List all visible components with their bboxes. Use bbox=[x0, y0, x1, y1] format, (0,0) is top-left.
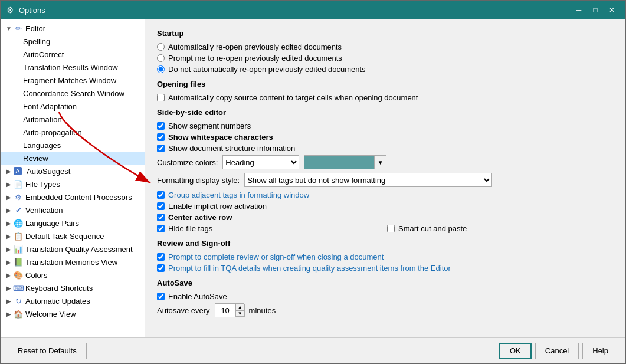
sidebar-label-spelling: Spelling bbox=[23, 37, 50, 46]
prompt-fill-label: Prompt to fill in TQA details when creat… bbox=[168, 264, 451, 273]
editor-icon: ✏ bbox=[14, 24, 23, 33]
center-active-label: Center active row bbox=[168, 213, 232, 222]
customize-colors-row: Customize colors: Heading Body Source Ta… bbox=[157, 155, 614, 169]
formatting-display-label: Formatting display style: bbox=[157, 176, 240, 185]
show-segment-label: Show segment numbers bbox=[168, 122, 251, 130]
sidebar-item-tqa[interactable]: ▶ 📊 Translation Quality Assessment bbox=[1, 242, 145, 255]
review-heading: Review and Sign-off bbox=[157, 239, 614, 248]
heading-dropdown[interactable]: Heading Body Source Target bbox=[222, 155, 299, 169]
color-dropdown-button[interactable]: ▼ bbox=[375, 155, 386, 169]
right-panel: Startup Automatically re-open previously… bbox=[145, 19, 625, 337]
sidebar-label-editor: Editor bbox=[25, 24, 45, 33]
startup-heading: Startup bbox=[157, 29, 614, 38]
cancel-button[interactable]: Cancel bbox=[535, 343, 579, 359]
show-doc-structure-checkbox[interactable] bbox=[157, 145, 165, 152]
startup-prompt-radio[interactable] bbox=[157, 54, 165, 62]
file-types-icon: 📄 bbox=[14, 179, 23, 189]
sidebar-label-auto-updates: Automatic Updates bbox=[25, 297, 90, 306]
enable-autosave-label: Enable AutoSave bbox=[168, 292, 227, 301]
show-doc-structure-label: Show document structure information bbox=[168, 144, 295, 153]
enable-implicit-row: Enable implicit row activation bbox=[157, 202, 614, 211]
enable-implicit-label: Enable implicit row activation bbox=[168, 202, 267, 211]
close-button[interactable]: ✕ bbox=[604, 4, 620, 17]
expander-editor: ▼ bbox=[4, 24, 14, 33]
sidebar-item-editor[interactable]: ▼ ✏ Editor bbox=[1, 22, 145, 35]
hide-file-checkbox[interactable] bbox=[157, 225, 165, 232]
maximize-button[interactable]: □ bbox=[588, 4, 603, 17]
sidebar-item-ecp[interactable]: ▶ ⚙ Embedded Content Processors bbox=[1, 191, 145, 204]
sidebar-item-colors[interactable]: ▶ 🎨 Colors bbox=[1, 268, 145, 281]
sidebar: ▼ ✏ Editor Spelling AutoCorrect Translat… bbox=[1, 19, 145, 337]
startup-auto-label: Automatically re-open previously edited … bbox=[168, 42, 342, 51]
enable-implicit-checkbox[interactable] bbox=[157, 202, 165, 210]
opening-files-section: Opening files Automatically copy source … bbox=[157, 80, 614, 102]
sidebar-item-automation[interactable]: Automation bbox=[1, 113, 145, 126]
smart-cut-label: Smart cut and paste bbox=[398, 224, 467, 233]
auto-copy-checkbox[interactable] bbox=[157, 94, 165, 101]
sidebar-item-language-pairs[interactable]: ▶ 🌐 Language Pairs bbox=[1, 217, 145, 229]
sidebar-item-translation-results[interactable]: Translation Results Window bbox=[1, 61, 145, 74]
formatting-display-dropdown[interactable]: Show all tags but do not show formatting… bbox=[244, 173, 492, 187]
autosave-spinner: ▲ ▼ bbox=[215, 303, 244, 317]
autosuggest-icon: A bbox=[14, 167, 22, 175]
sidebar-item-task-seq[interactable]: ▶ 📋 Default Task Sequence bbox=[1, 229, 145, 242]
ok-button[interactable]: OK bbox=[499, 343, 532, 359]
enable-autosave-row: Enable AutoSave bbox=[157, 292, 614, 301]
expander-language-pairs: ▶ bbox=[4, 218, 14, 228]
group-adjacent-checkbox[interactable] bbox=[157, 191, 165, 199]
show-whitespace-label: Show whitespace characters bbox=[168, 133, 273, 142]
sidebar-item-file-types[interactable]: ▶ 📄 File Types bbox=[1, 178, 145, 191]
startup-option-3: Do not automatically re-open previously … bbox=[157, 65, 614, 74]
sidebar-label-language-pairs: Language Pairs bbox=[25, 219, 79, 228]
startup-prompt-label: Prompt me to re-open previously edited d… bbox=[168, 54, 342, 63]
welcome-icon: 🏠 bbox=[14, 309, 23, 319]
prompt-fill-checkbox[interactable] bbox=[157, 264, 165, 272]
show-segment-checkbox[interactable] bbox=[157, 122, 165, 130]
sidebar-item-keyboard[interactable]: ▶ ⌨ Keyboard Shortcuts bbox=[1, 281, 145, 294]
sidebar-item-fragment-matches[interactable]: Fragment Matches Window bbox=[1, 74, 145, 87]
sidebar-item-tm-view[interactable]: ▶ 📗 Translation Memories View bbox=[1, 255, 145, 268]
sidebar-item-auto-propagation[interactable]: Auto-propagation bbox=[1, 126, 145, 139]
autosave-heading: AutoSave bbox=[157, 278, 614, 287]
hide-file-label: Hide file tags bbox=[168, 224, 212, 233]
sidebar-item-languages[interactable]: Languages bbox=[1, 139, 145, 152]
keyboard-icon: ⌨ bbox=[14, 283, 23, 293]
enable-autosave-checkbox[interactable] bbox=[157, 293, 165, 300]
sidebar-item-concordance-search[interactable]: Concordance Search Window bbox=[1, 87, 145, 100]
expander-verification: ▶ bbox=[4, 205, 14, 215]
sidebar-item-autosuggest[interactable]: ▶ A AutoSuggest bbox=[1, 165, 145, 178]
sidebar-item-font-adaptation[interactable]: Font Adaptation bbox=[1, 100, 145, 113]
sidebar-item-review[interactable]: Review bbox=[1, 152, 145, 165]
sidebar-item-autocorrect[interactable]: AutoCorrect bbox=[1, 48, 145, 61]
sidebar-label-verification: Verification bbox=[25, 206, 63, 215]
sidebar-item-verification[interactable]: ▶ ✔ Verification bbox=[1, 204, 145, 217]
ecp-icon: ⚙ bbox=[14, 192, 23, 202]
center-active-row: Center active row bbox=[157, 213, 614, 222]
smart-cut-checkbox[interactable] bbox=[387, 225, 395, 232]
minimize-button[interactable]: ─ bbox=[571, 4, 586, 17]
autosave-increment-button[interactable]: ▲ bbox=[235, 304, 245, 310]
expander-colors: ▶ bbox=[4, 270, 14, 280]
center-active-checkbox[interactable] bbox=[157, 214, 165, 221]
sidebar-label-welcome: Welcome View bbox=[25, 310, 76, 319]
help-button[interactable]: Help bbox=[582, 343, 618, 359]
startup-auto-radio[interactable] bbox=[157, 43, 165, 51]
prompt-fill-row: Prompt to fill in TQA details when creat… bbox=[157, 264, 614, 273]
show-whitespace-checkbox[interactable] bbox=[157, 133, 165, 141]
color-swatch[interactable] bbox=[304, 155, 375, 169]
expander-file-types: ▶ bbox=[4, 179, 14, 189]
prompt-complete-checkbox[interactable] bbox=[157, 253, 165, 261]
sidebar-label-tqa: Translation Quality Assessment bbox=[25, 245, 133, 254]
autosave-input[interactable] bbox=[215, 304, 235, 317]
sidebar-label-autosuggest: AutoSuggest bbox=[27, 167, 70, 176]
startup-none-radio[interactable] bbox=[157, 65, 165, 73]
side-by-side-heading: Side-by-side editor bbox=[157, 108, 614, 117]
autosave-minutes-label: minutes bbox=[249, 306, 276, 315]
reset-to-defaults-button[interactable]: Reset to Defaults bbox=[8, 343, 87, 359]
sidebar-label-colors: Colors bbox=[25, 271, 48, 280]
autosave-decrement-button[interactable]: ▼ bbox=[235, 310, 245, 317]
sidebar-item-auto-updates[interactable]: ▶ ↻ Automatic Updates bbox=[1, 294, 145, 307]
sidebar-item-spelling[interactable]: Spelling bbox=[1, 35, 145, 48]
sidebar-item-welcome[interactable]: ▶ 🏠 Welcome View bbox=[1, 307, 145, 320]
auto-copy-label: Automatically copy source content to tar… bbox=[168, 93, 418, 102]
